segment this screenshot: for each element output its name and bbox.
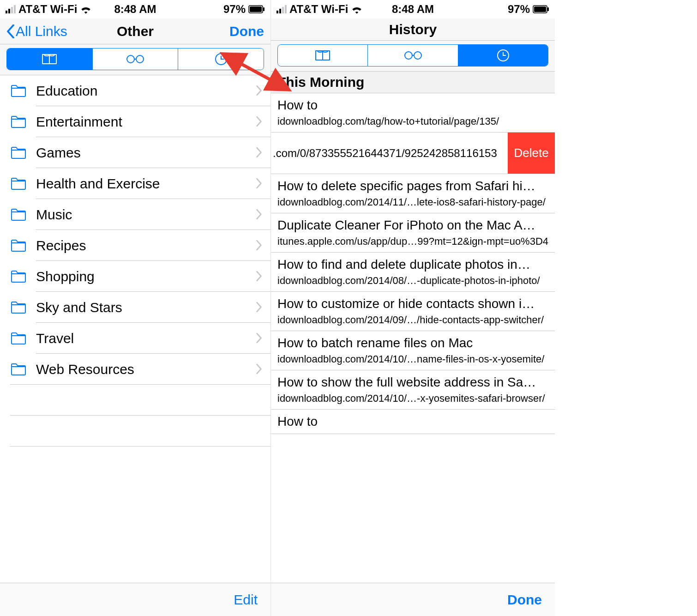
history-title: How to bbox=[277, 414, 548, 429]
folder-list[interactable]: EducationEntertainmentGamesHealth and Ex… bbox=[0, 75, 270, 583]
back-label: All Links bbox=[16, 24, 67, 39]
edit-button[interactable]: Edit bbox=[234, 592, 258, 608]
folder-row[interactable]: Education bbox=[0, 75, 270, 106]
tab-history[interactable] bbox=[178, 48, 264, 70]
svg-rect-1 bbox=[250, 6, 262, 12]
folder-row[interactable]: Shopping bbox=[0, 261, 270, 292]
nav-bar: All Links Other Done bbox=[0, 18, 270, 44]
bottom-toolbar: Done bbox=[271, 583, 555, 616]
folder-label: Entertainment bbox=[29, 114, 256, 130]
folder-label: Games bbox=[29, 145, 256, 161]
chevron-right-icon bbox=[256, 362, 262, 377]
chevron-right-icon bbox=[256, 269, 262, 284]
folder-label: Health and Exercise bbox=[29, 176, 256, 192]
history-title: How to bbox=[277, 98, 548, 113]
history-url: idownloadblog.com/2014/10/…name-files-in… bbox=[277, 353, 548, 365]
folder-label: Shopping bbox=[29, 269, 256, 284]
tab-bookmarks[interactable] bbox=[278, 45, 368, 66]
cell-signal-icon bbox=[276, 5, 287, 13]
folder-icon bbox=[10, 84, 29, 98]
history-row[interactable]: Duplicate Cleaner For iPhoto on the Mac … bbox=[271, 213, 555, 253]
svg-point-10 bbox=[414, 52, 421, 59]
status-bar: AT&T Wi-Fi 8:48 AM 97% bbox=[271, 0, 555, 18]
folder-icon bbox=[10, 208, 29, 222]
history-title: How to show the full website address in … bbox=[277, 375, 548, 390]
chevron-right-icon bbox=[256, 238, 262, 254]
tab-reading-list[interactable] bbox=[93, 48, 179, 70]
history-screen: AT&T Wi-Fi 8:48 AM 97% History bbox=[271, 0, 555, 616]
tab-bookmarks[interactable] bbox=[7, 48, 93, 70]
back-button[interactable]: All Links bbox=[6, 24, 67, 39]
battery-icon bbox=[248, 5, 265, 13]
history-row[interactable]: How to customize or hide contacts shown … bbox=[271, 292, 555, 331]
history-row[interactable]: How to delete specific pages from Safari… bbox=[271, 174, 555, 213]
chevron-right-icon bbox=[256, 145, 262, 161]
history-section-header: This Morning bbox=[271, 72, 555, 93]
chevron-right-icon bbox=[256, 300, 262, 315]
tab-reading-list[interactable] bbox=[368, 45, 458, 66]
nav-bar: History bbox=[271, 18, 555, 41]
delete-button[interactable]: Delete bbox=[508, 133, 555, 174]
wifi-icon bbox=[80, 5, 92, 14]
svg-rect-7 bbox=[534, 6, 546, 12]
folder-row[interactable]: Entertainment bbox=[0, 106, 270, 137]
folder-row[interactable]: Music bbox=[0, 199, 270, 230]
carrier-label: AT&T Wi-Fi bbox=[289, 3, 348, 16]
battery-percent: 97% bbox=[223, 3, 246, 16]
history-url: idownloadblog.com/2014/08/…-duplicate-ph… bbox=[277, 275, 548, 287]
battery-percent: 97% bbox=[508, 3, 530, 16]
tab-history[interactable] bbox=[458, 45, 548, 66]
folder-icon bbox=[10, 115, 29, 129]
folder-icon bbox=[10, 146, 29, 160]
folder-label: Travel bbox=[29, 331, 256, 346]
folder-row[interactable]: Games bbox=[0, 137, 270, 168]
history-title: Duplicate Cleaner For iPhoto on the Mac … bbox=[277, 218, 548, 233]
segmented-control-wrap bbox=[0, 44, 270, 75]
history-row[interactable]: How to show the full website address in … bbox=[271, 370, 555, 410]
folder-label: Sky and Stars bbox=[29, 300, 256, 315]
nav-title: History bbox=[271, 22, 555, 37]
folder-row[interactable]: Travel bbox=[0, 323, 270, 354]
history-title: How to customize or hide contacts shown … bbox=[277, 296, 548, 311]
folder-row[interactable]: Web Resources bbox=[0, 354, 270, 385]
chevron-right-icon bbox=[256, 207, 262, 223]
history-list[interactable]: How toidownloadblog.com/tag/how-to+tutor… bbox=[271, 93, 555, 583]
chevron-right-icon bbox=[256, 114, 262, 130]
history-url: idownloadblog.com/tag/how-to+tutorial/pa… bbox=[277, 115, 548, 127]
folder-row[interactable]: Health and Exercise bbox=[0, 168, 270, 199]
history-url: itunes.apple.com/us/app/dup…99?mt=12&ign… bbox=[277, 236, 548, 248]
folder-row[interactable]: Sky and Stars bbox=[0, 292, 270, 323]
chevron-right-icon bbox=[256, 176, 262, 192]
chevron-right-icon bbox=[256, 331, 262, 346]
history-url: idownloadblog.com/2014/09/…/hide-contact… bbox=[277, 314, 548, 326]
history-row[interactable]: How toidownloadblog.com/tag/how-to+tutor… bbox=[271, 93, 555, 133]
folder-label: Web Resources bbox=[29, 362, 256, 377]
svg-point-4 bbox=[136, 55, 144, 63]
wifi-icon bbox=[351, 5, 363, 14]
history-row[interactable]: How to batch rename files on Macidownloa… bbox=[271, 331, 555, 370]
history-url: idownloadblog.com/2014/10/…-x-yosemites-… bbox=[277, 393, 548, 405]
history-url: .com/0/873355521644371/925242858116153 bbox=[271, 147, 508, 160]
folder-icon bbox=[10, 270, 29, 284]
folder-icon bbox=[10, 239, 29, 253]
history-url: idownloadblog.com/2014/11/…lete-ios8-saf… bbox=[277, 196, 548, 208]
folder-icon bbox=[10, 332, 29, 345]
battery-icon bbox=[533, 5, 549, 13]
status-bar: AT&T Wi-Fi 8:48 AM 97% bbox=[0, 0, 270, 18]
bottom-toolbar: Edit bbox=[0, 583, 270, 616]
history-title: How to find and delete duplicate photos … bbox=[277, 257, 548, 272]
folder-row[interactable]: Recipes bbox=[0, 230, 270, 261]
folder-label: Recipes bbox=[29, 238, 256, 254]
chevron-right-icon bbox=[256, 83, 262, 99]
cell-signal-icon bbox=[6, 5, 16, 13]
svg-point-9 bbox=[405, 52, 412, 59]
history-row[interactable]: How to bbox=[271, 410, 555, 434]
segmented-control bbox=[277, 44, 548, 66]
done-button[interactable]: Done bbox=[507, 592, 542, 608]
svg-rect-8 bbox=[547, 7, 549, 11]
folder-icon bbox=[10, 301, 29, 314]
segmented-control-wrap bbox=[271, 41, 555, 72]
history-row[interactable]: How to find and delete duplicate photos … bbox=[271, 253, 555, 292]
done-button[interactable]: Done bbox=[229, 24, 264, 39]
history-row[interactable]: .com/0/873355521644371/925242858116153De… bbox=[271, 133, 555, 174]
